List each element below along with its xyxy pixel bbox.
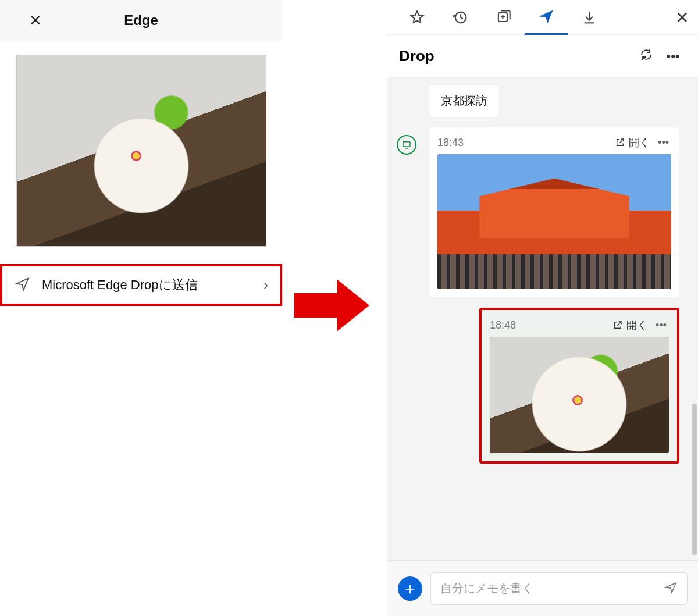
sync-button[interactable] <box>633 48 660 65</box>
scrollbar[interactable] <box>692 404 697 555</box>
drop-header: Drop ••• <box>387 35 698 78</box>
close-button[interactable]: ✕ <box>29 13 42 28</box>
device-badge <box>397 135 416 155</box>
plus-icon: ＋ <box>402 581 418 597</box>
flow-arrow <box>282 0 387 616</box>
downloads-tab[interactable] <box>568 0 611 35</box>
panel-close-button[interactable]: ✕ <box>675 8 689 27</box>
send-button[interactable] <box>664 581 678 597</box>
drop-title: Drop <box>399 47 633 65</box>
svg-rect-2 <box>403 142 410 147</box>
share-sheet: ✕ Edge Microsoft Edge Dropに送信 › <box>0 0 282 616</box>
drop-tab[interactable] <box>525 0 568 35</box>
shrine-photo <box>437 154 671 289</box>
text-message[interactable]: 京都探訪 <box>429 85 499 117</box>
flower-photo <box>490 337 669 453</box>
compose-box <box>430 572 688 605</box>
card-time: 18:48 <box>490 319 607 332</box>
card-time: 18:43 <box>437 137 609 149</box>
red-arrow-icon <box>294 279 375 332</box>
card-image[interactable] <box>437 154 671 289</box>
drop-card-highlighted[interactable]: 18:48 開く ••• <box>479 308 679 464</box>
open-button[interactable]: 開く <box>612 318 647 332</box>
send-icon <box>14 276 30 294</box>
open-button[interactable]: 開く <box>615 136 650 149</box>
favorites-tab[interactable] <box>396 0 439 35</box>
drop-feed: 京都探訪 18:43 開く ••• 18:48 開く <box>387 78 698 560</box>
card-header: 18:43 開く ••• <box>437 136 671 149</box>
card-image[interactable] <box>490 337 669 453</box>
share-preview-image <box>16 55 266 247</box>
composer: ＋ <box>387 560 698 616</box>
card-more-button[interactable]: ••• <box>653 319 669 332</box>
open-label: 開く <box>629 136 650 149</box>
compose-input[interactable] <box>440 582 664 595</box>
share-header: ✕ Edge <box>0 0 282 41</box>
drop-card[interactable]: 18:43 開く ••• <box>429 127 679 297</box>
send-to-drop-row[interactable]: Microsoft Edge Dropに送信 › <box>0 264 282 306</box>
flower-photo <box>17 55 266 246</box>
edge-sidebar-toolbar: ✕ <box>387 0 698 35</box>
collections-tab[interactable] <box>482 0 525 35</box>
share-title: Edge <box>0 12 282 29</box>
history-tab[interactable] <box>439 0 482 35</box>
add-attachment-button[interactable]: ＋ <box>398 576 422 601</box>
card-more-button[interactable]: ••• <box>656 137 671 149</box>
card-header: 18:48 開く ••• <box>490 318 669 332</box>
chevron-right-icon: › <box>263 277 268 293</box>
edge-drop-panel: ✕ Drop ••• 京都探訪 18:43 開く ••• <box>387 0 698 616</box>
open-label: 開く <box>626 318 647 332</box>
more-button[interactable]: ••• <box>660 49 686 64</box>
send-label: Microsoft Edge Dropに送信 <box>42 276 252 294</box>
